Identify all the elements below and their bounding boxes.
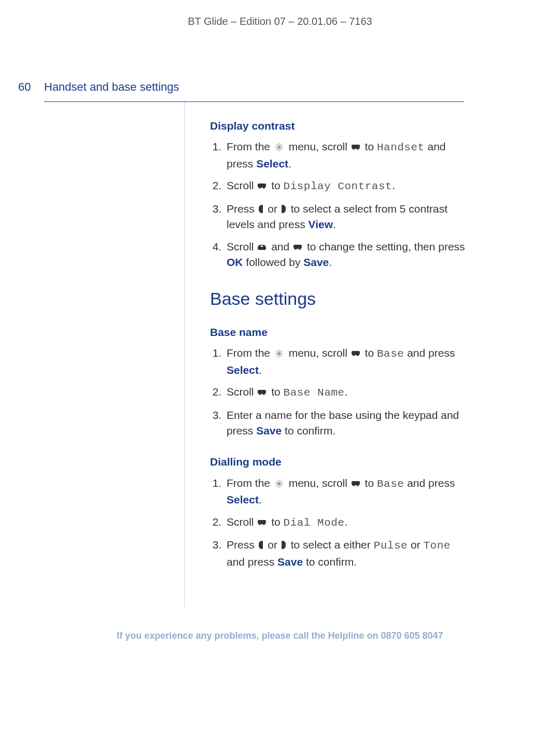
steps-dialling-mode: From the menu, scroll to Base and press … — [210, 475, 467, 570]
text: and press — [227, 556, 277, 568]
keyword: Save — [277, 556, 303, 568]
main-content: Display contrast From the menu, scroll t… — [210, 118, 467, 585]
text: to change the setting, then press — [304, 241, 465, 252]
scroll-down-icon — [258, 389, 267, 396]
text: to select a either — [288, 539, 374, 551]
text: Scroll — [227, 516, 257, 528]
step: Scroll to Display Contrast. — [225, 178, 467, 194]
heading-display-contrast: Display contrast — [210, 118, 467, 134]
text: Scroll — [227, 386, 257, 398]
heading-base-settings: Base settings — [210, 286, 467, 312]
footer-phone: 0870 605 8047 — [381, 630, 443, 641]
scroll-down-icon — [352, 144, 361, 151]
text: . — [259, 364, 262, 376]
step: From the menu, scroll to Base and press … — [225, 475, 467, 508]
text: . — [288, 158, 291, 170]
step: Scroll to Base Name. — [225, 384, 467, 401]
step: From the menu, scroll to Base and press … — [225, 345, 467, 378]
text: . — [259, 494, 262, 505]
text: . — [344, 516, 347, 528]
text: to — [362, 477, 377, 489]
ui-term: Pulse — [374, 540, 408, 552]
scroll-down-icon — [352, 350, 361, 357]
step: Scroll to Dial Mode. — [225, 514, 467, 531]
left-icon — [259, 541, 264, 550]
step: Enter a name for the base using the keyp… — [225, 407, 467, 439]
text: menu, scroll — [286, 140, 351, 152]
steps-display-contrast: From the menu, scroll to Handset and pre… — [210, 139, 467, 270]
keyword: Save — [256, 425, 282, 437]
text: to — [268, 179, 283, 191]
text: From the — [227, 477, 273, 489]
text: and press — [404, 347, 455, 359]
ui-term: Handset — [377, 142, 425, 153]
text: and press — [404, 477, 455, 489]
right-icon — [282, 205, 287, 214]
text: Press — [227, 539, 258, 551]
keyword: Select — [227, 364, 259, 376]
right-icon — [282, 541, 287, 550]
menu-icon — [274, 479, 285, 488]
text: Scroll — [227, 179, 257, 191]
scroll-down-icon — [258, 519, 267, 526]
scroll-up-icon — [258, 244, 267, 251]
text: From the — [227, 140, 273, 152]
keyword: Select — [256, 158, 288, 170]
text: . — [333, 218, 336, 230]
text: From the — [227, 347, 273, 359]
step: From the menu, scroll to Handset and pre… — [225, 139, 467, 172]
text: to — [268, 386, 283, 398]
vertical-rule — [184, 101, 185, 607]
text: menu, scroll — [286, 347, 351, 359]
text: to confirm. — [303, 556, 357, 568]
keyword: OK — [227, 256, 243, 268]
text: or — [408, 539, 423, 551]
keyword: Select — [227, 494, 259, 505]
text: . — [329, 256, 332, 268]
ui-term: Base — [377, 348, 404, 360]
text: to — [362, 347, 377, 359]
scroll-down-icon — [293, 244, 303, 251]
page-number: 60 — [18, 80, 31, 94]
step: Press or to select a either Pulse or Ton… — [225, 537, 467, 570]
steps-base-name: From the menu, scroll to Base and press … — [210, 345, 467, 439]
menu-icon — [274, 349, 285, 358]
section-title: Handset and base settings — [44, 80, 179, 94]
heading-dialling-mode: Dialling mode — [210, 454, 467, 470]
ui-term: Base Name — [284, 387, 345, 399]
text: menu, scroll — [286, 477, 351, 489]
footer-text: If you experience any problems, please c… — [117, 630, 381, 641]
step: Press or to select a select from 5 contr… — [225, 201, 467, 233]
horizontal-rule — [44, 101, 464, 102]
heading-base-name: Base name — [210, 325, 467, 340]
keyword: Save — [303, 256, 329, 268]
text: . — [392, 179, 395, 191]
ui-term: Dial Mode — [284, 517, 345, 529]
menu-icon — [274, 143, 285, 152]
text: Press — [227, 203, 258, 215]
ui-term: Tone — [423, 540, 450, 552]
text: to confirm. — [282, 425, 335, 437]
ui-term: Base — [377, 478, 404, 490]
text: and — [268, 241, 292, 252]
text: to — [362, 140, 377, 152]
text: or — [265, 539, 281, 551]
footer-helpline: If you experience any problems, please c… — [0, 630, 560, 641]
text: . — [344, 386, 347, 398]
text: to — [268, 516, 283, 528]
text: Scroll — [227, 241, 257, 252]
scroll-down-icon — [352, 480, 361, 487]
keyword: View — [309, 218, 333, 230]
ui-term: Display Contrast — [284, 180, 393, 192]
text: followed by — [243, 256, 304, 268]
step: Scroll and to change the setting, then p… — [225, 239, 467, 271]
left-icon — [259, 205, 264, 214]
text: or — [265, 203, 281, 215]
document-header: BT Glide – Edition 07 – 20.01.06 – 7163 — [0, 16, 560, 27]
scroll-down-icon — [258, 182, 267, 190]
